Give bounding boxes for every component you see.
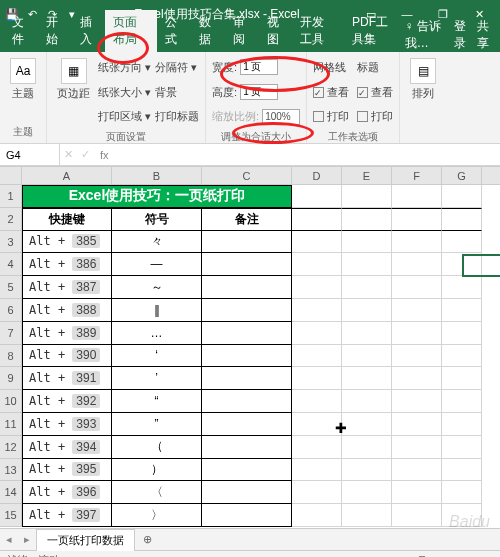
cell-D9[interactable] — [292, 367, 342, 390]
tab-formulas[interactable]: 公式 — [157, 10, 191, 52]
shortcut-cell[interactable]: Alt + 387 — [22, 276, 112, 299]
name-box[interactable]: G4 — [0, 144, 60, 165]
cell-D14[interactable] — [292, 481, 342, 504]
cell-F11[interactable] — [392, 413, 442, 436]
margins-button[interactable]: ▦ 页边距 — [53, 56, 94, 128]
table-header-cell[interactable]: 快捷键 — [22, 208, 112, 231]
cell-F8[interactable] — [392, 345, 442, 368]
cell-G10[interactable] — [442, 390, 482, 413]
cell-E11[interactable] — [342, 413, 392, 436]
tab-file[interactable]: 文件 — [4, 10, 38, 52]
note-cell[interactable] — [202, 481, 292, 504]
table-header-cell[interactable]: 符号 — [112, 208, 202, 231]
tab-view[interactable]: 视图 — [259, 10, 293, 52]
cell-E6[interactable] — [342, 299, 392, 322]
cell-F2[interactable] — [392, 208, 442, 231]
note-cell[interactable] — [202, 253, 292, 276]
cell-G13[interactable] — [442, 459, 482, 482]
cell-G3[interactable] — [442, 231, 482, 254]
arrange-button[interactable]: ▤ 排列 — [406, 56, 440, 103]
cell-G9[interactable] — [442, 367, 482, 390]
cell-F12[interactable] — [392, 436, 442, 459]
col-header-C[interactable]: C — [202, 167, 292, 184]
symbol-cell[interactable]: “ — [112, 390, 202, 413]
cell-F10[interactable] — [392, 390, 442, 413]
cell-D3[interactable] — [292, 231, 342, 254]
cancel-icon[interactable]: ✕ — [60, 148, 77, 161]
col-header-D[interactable]: D — [292, 167, 342, 184]
cell-D1[interactable] — [292, 185, 342, 208]
shortcut-cell[interactable]: Alt + 393 — [22, 413, 112, 436]
note-cell[interactable] — [202, 322, 292, 345]
print-area-button[interactable]: 打印区域 ▾ — [98, 106, 151, 129]
note-cell[interactable] — [202, 390, 292, 413]
row-header[interactable]: 5 — [0, 276, 22, 299]
note-cell[interactable] — [202, 345, 292, 368]
cell-D8[interactable] — [292, 345, 342, 368]
tab-insert[interactable]: 插入 — [72, 10, 106, 52]
row-header[interactable]: 15 — [0, 504, 22, 527]
headings-view-checkbox[interactable] — [357, 87, 368, 98]
row-header[interactable]: 14 — [0, 481, 22, 504]
gridlines-print-checkbox[interactable] — [313, 111, 324, 122]
cell-E2[interactable] — [342, 208, 392, 231]
width-input[interactable] — [240, 59, 278, 75]
cell-F14[interactable] — [392, 481, 442, 504]
col-header-F[interactable]: F — [392, 167, 442, 184]
row-header[interactable]: 3 — [0, 231, 22, 254]
symbol-cell[interactable]: 〉 — [112, 504, 202, 527]
cell-F15[interactable] — [392, 504, 442, 527]
cell-G2[interactable] — [442, 208, 482, 231]
note-cell[interactable] — [202, 367, 292, 390]
cell-E12[interactable] — [342, 436, 392, 459]
symbol-cell[interactable]: ） — [112, 459, 202, 482]
row-header[interactable]: 1 — [0, 185, 22, 208]
share-button[interactable]: 共享 — [477, 18, 494, 52]
row-header[interactable]: 9 — [0, 367, 22, 390]
cell-E3[interactable] — [342, 231, 392, 254]
symbol-cell[interactable]: … — [112, 322, 202, 345]
worksheet-grid[interactable]: A B C D E F G 1Excel使用技巧：一页纸打印2快捷键符号备注3A… — [0, 166, 500, 528]
cell-D10[interactable] — [292, 390, 342, 413]
tab-home[interactable]: 开始 — [38, 10, 72, 52]
shortcut-cell[interactable]: Alt + 389 — [22, 322, 112, 345]
enter-icon[interactable]: ✓ — [77, 148, 94, 161]
row-header[interactable]: 13 — [0, 459, 22, 482]
cell-E7[interactable] — [342, 322, 392, 345]
cell-G4[interactable] — [442, 253, 482, 276]
note-cell[interactable] — [202, 413, 292, 436]
cell-D2[interactable] — [292, 208, 342, 231]
symbol-cell[interactable]: ’ — [112, 367, 202, 390]
tab-pdf[interactable]: PDF工具集 — [344, 10, 405, 52]
cell-G12[interactable] — [442, 436, 482, 459]
tab-review[interactable]: 审阅 — [225, 10, 259, 52]
headings-print-checkbox[interactable] — [357, 111, 368, 122]
formula-input[interactable] — [115, 149, 500, 161]
table-title-cell[interactable]: Excel使用技巧：一页纸打印 — [22, 185, 292, 208]
shortcut-cell[interactable]: Alt + 385 — [22, 231, 112, 254]
cell-G1[interactable] — [442, 185, 482, 208]
note-cell[interactable] — [202, 231, 292, 254]
shortcut-cell[interactable]: Alt + 391 — [22, 367, 112, 390]
cell-D15[interactable] — [292, 504, 342, 527]
select-all-corner[interactable] — [0, 167, 22, 184]
cell-D12[interactable] — [292, 436, 342, 459]
scale-input[interactable] — [262, 109, 300, 125]
col-header-G[interactable]: G — [442, 167, 482, 184]
shortcut-cell[interactable]: Alt + 397 — [22, 504, 112, 527]
note-cell[interactable] — [202, 504, 292, 527]
cell-D6[interactable] — [292, 299, 342, 322]
cell-E15[interactable] — [342, 504, 392, 527]
cell-E5[interactable] — [342, 276, 392, 299]
cell-E13[interactable] — [342, 459, 392, 482]
row-header[interactable]: 2 — [0, 208, 22, 231]
cell-E1[interactable] — [342, 185, 392, 208]
fx-icon[interactable]: fx — [94, 149, 115, 161]
symbol-cell[interactable]: 々 — [112, 231, 202, 254]
cell-E4[interactable] — [342, 253, 392, 276]
row-header[interactable]: 6 — [0, 299, 22, 322]
table-header-cell[interactable]: 备注 — [202, 208, 292, 231]
symbol-cell[interactable]: （ — [112, 436, 202, 459]
sheet-nav-next-icon[interactable]: ▸ — [18, 533, 36, 546]
col-header-B[interactable]: B — [112, 167, 202, 184]
